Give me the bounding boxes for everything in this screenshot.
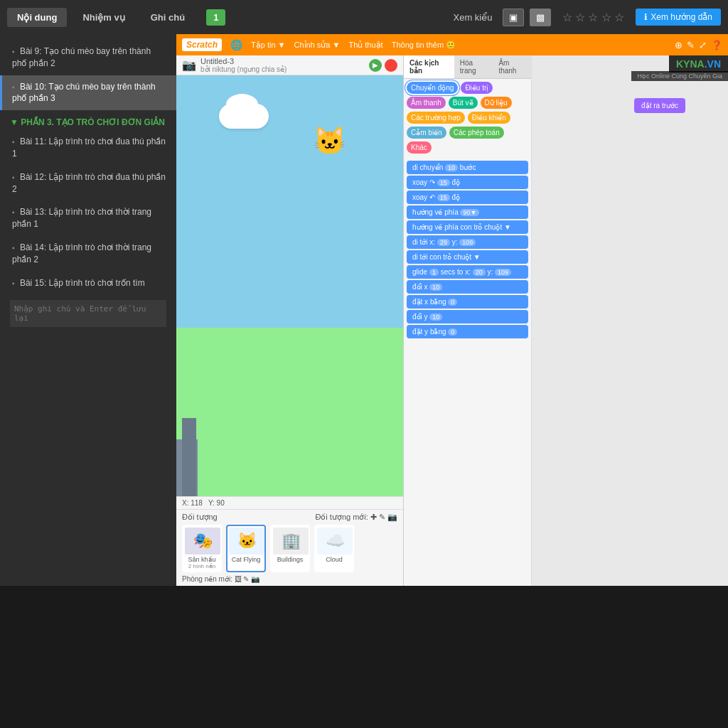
top-bar: Nội dung Nhiệm vụ Ghi chú 1 Xem kiểu ▣ ▩… [0, 0, 728, 34]
block-xoay-l[interactable]: xoay ↶ 15 độ [407, 191, 528, 204]
menu-thongtin[interactable]: Thông tin thêm 🙂 [392, 41, 456, 50]
block-dichuyền[interactable]: di chuyển 10 bước [407, 161, 528, 174]
cat-khac[interactable]: Khác [407, 141, 432, 154]
toolbar-icons: ⊕ ✎ ⤢ ❓ [675, 40, 722, 50]
code-blocks-list: di chuyển 10 bước xoay ↷ 15 độ xoay ↶ 15… [404, 156, 531, 586]
blocks-tab-am[interactable]: Âm thanh [493, 55, 531, 78]
menu-chinsula[interactable]: Chỉnh sửa ▼ [294, 41, 341, 50]
sprite-name-cloud: Cloud [317, 556, 351, 563]
cat-cambien[interactable]: Cảm biến [407, 127, 446, 139]
sprite-name-stage: Sân khấu [185, 556, 219, 563]
stage-subtitle: bởi niktung (ngưng chia sẻ) [200, 65, 287, 73]
note-input[interactable] [10, 300, 166, 327]
cat-truonghop[interactable]: Các trường hợp [407, 112, 465, 124]
block-huong-chuot[interactable]: hướng về phía con trỏ chuột ▼ [407, 220, 528, 234]
info-icon: ℹ [644, 12, 648, 22]
sprite-stage[interactable]: 🎭 Sân khấu 2 hình nền [182, 525, 222, 572]
block-huong[interactable]: hướng về phía 90▼ [407, 205, 528, 219]
cat-amthanh[interactable]: Âm thanh [407, 97, 446, 109]
stage-header: 📷 Untitled-3 bởi niktung (ngưng chia sẻ)… [176, 55, 403, 75]
globe-icon[interactable]: 🌐 [230, 39, 242, 50]
sprite-cat[interactable]: 🐱 Cat Flying [226, 525, 266, 572]
stage-cat: 🐱 [313, 125, 346, 156]
toolbar-icon-2[interactable]: ✎ [687, 40, 695, 50]
lesson-number: 1 [206, 9, 225, 26]
cat-chuyendong[interactable]: Chuyển động [407, 82, 458, 94]
bottom-area [0, 586, 728, 728]
block-glide[interactable]: glide 1 secs to x: 20 y: 109 [407, 265, 528, 279]
block-doi-y[interactable]: đổi y 10 [407, 310, 528, 323]
sprite-thumb-cloud: ☁️ [317, 528, 353, 555]
sprite-thumb-stage: 🎭 [185, 528, 220, 555]
backdrop-section: Phòng nền mới: 🖼 ✎ 📷 [182, 575, 397, 583]
sidebar-item-bai12[interactable]: ▪ Bài 12: Lập trình trò chơi đua thú phầ… [0, 166, 176, 201]
tab-nhiemvu[interactable]: Nhiệm vụ [73, 8, 134, 27]
main-area: ▪ Bài 9: Tạo chú mèo bay trên thành phố … [0, 34, 728, 586]
sprite-panel-header: Đối tượng Đối tượng mới: ✚ ✎ 📷 [182, 513, 397, 522]
sprite-new-label: Đối tượng mới: ✚ ✎ 📷 [315, 513, 397, 522]
cat-butve[interactable]: Bút vẽ [449, 97, 478, 109]
sprite-name-buildings: Buildings [273, 556, 307, 563]
stage-icon: 📷 [182, 58, 196, 72]
item-icon-14: ▪ [12, 244, 15, 252]
stage-controls: ▶ [369, 59, 397, 72]
blocks-categories: Chuyển động Điều trị Âm thanh Bút vẽ Dữ … [404, 79, 531, 156]
toolbar-icon-3[interactable]: ⤢ [699, 40, 707, 50]
kyna-subtitle: Học Online Cùng Chuyên Gia [631, 71, 728, 81]
toolbar-icon-4[interactable]: ❓ [711, 40, 722, 50]
scratch-logo: Scratch [182, 38, 222, 51]
block-doi-x[interactable]: đổi x 10 [407, 280, 528, 294]
block-dat-y[interactable]: đặt y bằng 0 [407, 325, 528, 338]
cat-dieukien[interactable]: Điều khiển [468, 112, 510, 124]
block-dito[interactable]: di tới x: 29 y: 109 [407, 235, 528, 249]
scratch-frame: Scratch 🌐 Tập tin ▼ Chỉnh sửa ▼ Thủ thuậ… [176, 34, 728, 586]
note-area [0, 294, 176, 335]
stage-title: Untitled-3 [200, 57, 287, 65]
sprite-label: Đối tượng [182, 513, 218, 522]
view-btn-2[interactable]: ▩ [530, 9, 551, 26]
sprite-buildings[interactable]: 🏢 Buildings [270, 525, 310, 572]
item-icon-11: ▪ [12, 138, 15, 146]
block-dat-x[interactable]: đặt x bằng 0 [407, 295, 528, 309]
sidebar-item-bai14[interactable]: ▪ Bài 14: Lập trình trò chơi thời trang … [0, 236, 176, 272]
sidebar-item-bai13[interactable]: ▪ Bài 13: Lập trình trò chơi thời trang … [0, 200, 176, 236]
cat-dulieu[interactable]: Dữ liệu [481, 97, 512, 109]
stage-cloud [219, 104, 269, 129]
tab-ghichu[interactable]: Ghi chú [141, 8, 195, 27]
kyna-brand: KYNA.VN [669, 55, 728, 73]
building-2 [182, 418, 196, 496]
cat-dieutri[interactable]: Điều trị [461, 82, 493, 94]
toolbar-icon-1[interactable]: ⊕ [675, 40, 682, 50]
stage-coords: X: 118 Y: 90 [176, 496, 403, 509]
menu-thuthuat[interactable]: Thủ thuật [348, 41, 382, 50]
item-icon-15: ▪ [12, 279, 15, 287]
menu-taptin[interactable]: Tập tin ▼ [251, 41, 285, 50]
stars-rating: ☆ ☆ ☆ ☆ ☆ [562, 11, 625, 24]
coord-x: X: 118 [182, 499, 203, 507]
blocks-tab-hoa[interactable]: Hóa trang [454, 55, 493, 78]
sprite-sub-stage: 2 hình nền [185, 563, 219, 569]
sprite-cloud[interactable]: ☁️ Cloud [314, 525, 354, 572]
sidebar-item-bai11[interactable]: ▪ Bài 11: Lập trình trò chơi đua thú phầ… [0, 130, 176, 166]
blocks-tabs: Các kịch bản Hóa trang Âm thanh [404, 55, 531, 79]
view-btn-1[interactable]: ▣ [503, 9, 524, 26]
guide-button[interactable]: ℹ Xem hướng dẫn [636, 9, 721, 26]
block-dito-chuot[interactable]: di tới con trỏ chuột ▼ [407, 250, 528, 264]
sprite-list: 🎭 Sân khấu 2 hình nền 🐱 Cat Flying 🏢 Bui… [182, 525, 397, 572]
sidebar: ▪ Bài 9: Tạo chú mèo bay trên thành phố … [0, 34, 176, 586]
scratch-toolbar: Scratch 🌐 Tập tin ▼ Chỉnh sửa ▼ Thủ thuậ… [176, 34, 728, 55]
red-stop-btn[interactable] [385, 59, 397, 72]
scripts-panel[interactable]: đặt ra trước KYNA.VN Học Online Cùng Chu… [532, 55, 728, 586]
blocks-tab-kichban[interactable]: Các kịch bản [404, 55, 454, 78]
sidebar-item-bai9[interactable]: ▪ Bài 9: Tạo chú mèo bay trên thành phố … [0, 40, 176, 75]
sprite-name-cat: Cat Flying [229, 556, 263, 563]
content-area: Scratch 🌐 Tập tin ▼ Chỉnh sửa ▼ Thủ thuậ… [176, 34, 728, 586]
block-xoay-r[interactable]: xoay ↷ 15 độ [407, 176, 528, 189]
placed-block-datratruoc[interactable]: đặt ra trước [634, 98, 685, 113]
sidebar-item-bai15[interactable]: ▪ Bài 15: Lập trình trò chơi trốn tìm [0, 272, 176, 295]
green-flag-btn[interactable]: ▶ [369, 59, 382, 72]
cat-pheptoán[interactable]: Các phép toán [449, 127, 504, 139]
tab-noidung[interactable]: Nội dung [7, 8, 67, 27]
sidebar-item-bai10[interactable]: ▪ Bài 10: Tạo chú mèo bay trên thành phố… [0, 75, 176, 111]
vn-text: .VN [705, 58, 721, 70]
